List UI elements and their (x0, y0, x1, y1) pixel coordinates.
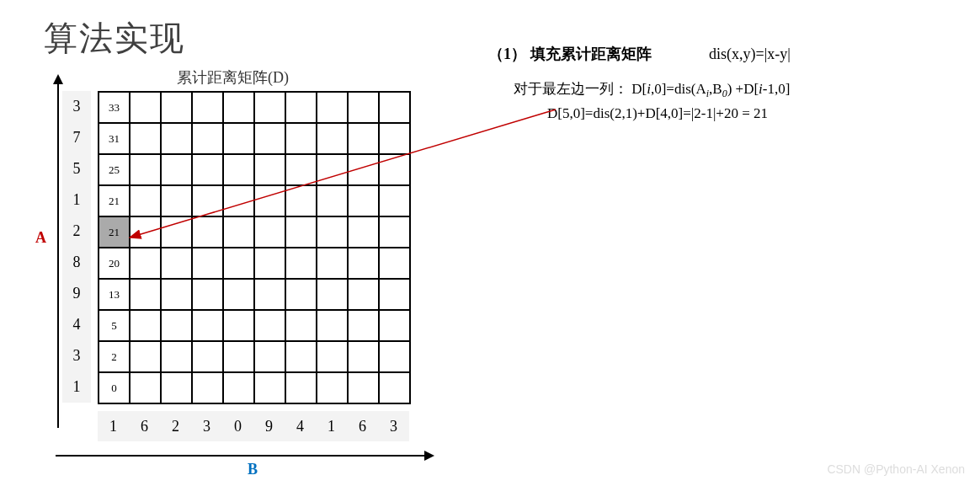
matrix-cell (254, 310, 285, 341)
matrix-cell (254, 279, 285, 310)
matrix-cell (254, 123, 285, 154)
line2-prefix: 对于最左边一列： (514, 81, 628, 97)
matrix-cell (379, 154, 410, 185)
matrix-cell (254, 372, 285, 403)
matrix-cell (254, 185, 285, 216)
row-header-cell: 8 (62, 247, 91, 278)
matrix-cell: 25 (99, 154, 130, 185)
matrix-cell (379, 185, 410, 216)
matrix-cell (223, 341, 254, 372)
matrix-cell: 20 (99, 248, 130, 279)
matrix-cell (379, 310, 410, 341)
row-header-cell: 1 (62, 371, 91, 403)
matrix-cell (348, 279, 379, 310)
matrix-cell (223, 248, 254, 279)
matrix-cell (130, 310, 161, 341)
step-title: 填充累计距离矩阵 (530, 45, 652, 62)
x-axis-arrow (56, 455, 426, 457)
matrix-cell (348, 216, 379, 248)
matrix-cell (192, 341, 223, 372)
col-header-cell: 4 (285, 411, 316, 441)
matrix-cell: 21 (99, 185, 130, 216)
matrix-cell (348, 341, 379, 372)
row-header-cell: 7 (62, 122, 91, 153)
matrix-cell (130, 154, 161, 185)
row-headers: 3751289431 (62, 91, 98, 403)
matrix-cell (223, 185, 254, 216)
matrix-cell (161, 92, 192, 123)
line2-formula: D[i,0]=dis(Ai,B0) +D[i-1,0] (631, 81, 790, 97)
matrix-cell: 2 (99, 341, 130, 372)
col-header-cell: 6 (129, 411, 160, 441)
matrix-cell (285, 216, 317, 248)
axis-label-a: A (35, 229, 46, 247)
matrix-cell (285, 123, 317, 154)
matrix-cell: 33 (99, 92, 130, 123)
matrix-cell (254, 248, 285, 279)
matrix-cell (317, 185, 348, 216)
col-header-cell: 6 (347, 411, 378, 441)
matrix-cell (161, 341, 192, 372)
matrix-cell (161, 310, 192, 341)
row-header-cell: 4 (62, 309, 91, 340)
matrix-cell (285, 185, 317, 216)
col-header-cell: 3 (191, 411, 222, 441)
matrix-cell: 21 (99, 216, 130, 248)
row-header-cell: 2 (62, 216, 91, 247)
matrix-cell (348, 92, 379, 123)
matrix-cell (192, 216, 223, 248)
row-header-cell: 5 (62, 153, 91, 184)
matrix-cell (161, 248, 192, 279)
step-number: （1） (488, 45, 526, 62)
page-title: 算法实现 (44, 15, 185, 61)
matrix-cell (161, 216, 192, 248)
matrix-cell (317, 310, 348, 341)
matrix-cell (285, 341, 317, 372)
matrix-cell (223, 216, 254, 248)
matrix-cell (348, 154, 379, 185)
matrix-cell (379, 92, 410, 123)
matrix-cell (223, 279, 254, 310)
matrix-cell (317, 279, 348, 310)
matrix-cell (348, 185, 379, 216)
matrix-cell: 13 (99, 279, 130, 310)
matrix-cell (348, 123, 379, 154)
col-header-cell: 3 (378, 411, 409, 441)
matrix-cell (161, 123, 192, 154)
matrix-cell (379, 248, 410, 279)
matrix-grid: 33312521212013520 (98, 91, 411, 404)
matrix-cell (130, 185, 161, 216)
matrix-cell (130, 123, 161, 154)
matrix-cell (161, 154, 192, 185)
row-header-cell: 3 (62, 340, 91, 371)
matrix-cell (348, 248, 379, 279)
matrix-cell (192, 185, 223, 216)
recurrence-line: 对于最左边一列： D[i,0]=dis(Ai,B0) +D[i-1,0] (514, 79, 960, 100)
row-header-cell: 1 (62, 184, 91, 216)
matrix-cell: 31 (99, 123, 130, 154)
matrix-cell (285, 248, 317, 279)
step-line: （1） 填充累计距离矩阵 dis(x,y)=|x-y| (488, 44, 960, 64)
example-line: D[5,0]=dis(2,1)+D[4,0]=|2-1|+20 = 21 (547, 105, 960, 122)
col-header-cell: 0 (222, 411, 253, 441)
matrix-cell (285, 92, 317, 123)
matrix-cell (317, 216, 348, 248)
y-axis-arrow (57, 83, 59, 428)
matrix-cell (223, 92, 254, 123)
matrix-cell (161, 279, 192, 310)
col-header-cell: 2 (160, 411, 191, 441)
matrix-cell (130, 372, 161, 403)
col-header-cell: 1 (98, 411, 129, 441)
matrix-cell (130, 341, 161, 372)
matrix-cell (317, 372, 348, 403)
matrix-cell (379, 372, 410, 403)
matrix-cell (192, 92, 223, 123)
matrix-cell (285, 310, 317, 341)
matrix-cell (130, 279, 161, 310)
axis-label-b: B (248, 461, 258, 478)
row-header-cell: 3 (62, 91, 91, 122)
matrix-cell (317, 123, 348, 154)
matrix-cell (317, 248, 348, 279)
dis-formula: dis(x,y)=|x-y| (709, 45, 791, 62)
matrix-cell (192, 154, 223, 185)
